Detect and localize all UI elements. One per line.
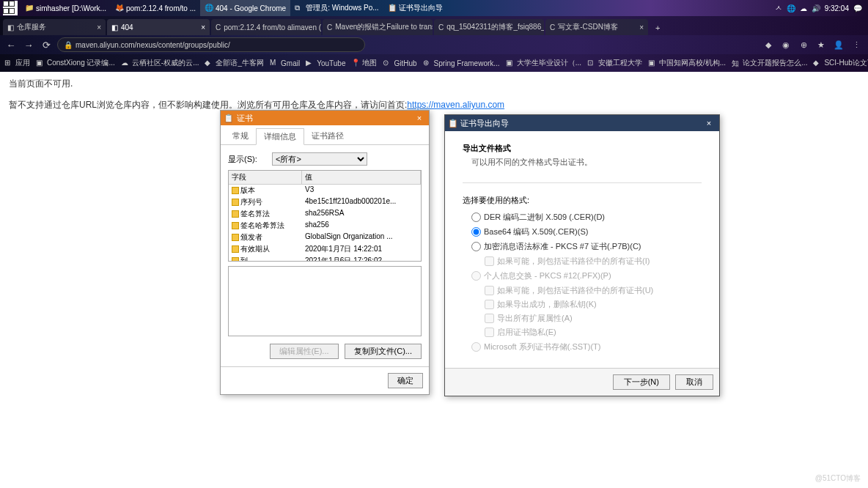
bookmark-item[interactable]: ▣ConstXiong 记录编... bbox=[36, 58, 115, 68]
field-icon bbox=[232, 257, 239, 262]
grid-row[interactable]: 有效期从2020年1月7日 14:22:01 bbox=[229, 243, 421, 255]
tab-favicon: C bbox=[216, 23, 221, 32]
system-tray: ㅅ 🌐 ☁ 🔊 9:32:04 💬 bbox=[775, 3, 868, 13]
close-button[interactable]: × bbox=[413, 114, 426, 122]
format-option[interactable]: DER 编码二进制 X.509 (.CER)(D) bbox=[471, 212, 702, 223]
field-value: sha256RSA bbox=[302, 209, 421, 219]
close-icon[interactable]: × bbox=[97, 23, 101, 32]
tray-icon[interactable]: 🔊 bbox=[812, 4, 820, 12]
taskbar-item[interactable]: 🌐404 - Google Chrome bbox=[200, 0, 290, 16]
dialog-titlebar[interactable]: 📋证书 × bbox=[221, 111, 429, 125]
field-value: GlobalSign Organization ... bbox=[302, 232, 421, 243]
homepage-link[interactable]: https://maven.aliyun.com bbox=[407, 100, 504, 110]
bookmark-item[interactable]: ⊙GitHub bbox=[383, 59, 416, 67]
tab-favicon: C bbox=[327, 23, 332, 32]
start-button[interactable] bbox=[3, 1, 18, 15]
cancel-button[interactable]: 取消 bbox=[675, 374, 713, 390]
cert-icon: 📋 bbox=[448, 119, 458, 128]
extension-icon[interactable]: ◆ bbox=[761, 37, 776, 52]
fields-grid[interactable]: 字段 值 版本V3序列号4be15c1ff210adb000201e...签名算… bbox=[228, 170, 422, 262]
tab-details[interactable]: 详细信息 bbox=[256, 128, 304, 145]
profile-icon[interactable]: 👤 bbox=[831, 37, 846, 52]
radio-input[interactable] bbox=[471, 227, 481, 237]
field-icon bbox=[232, 222, 239, 229]
notification-icon[interactable]: 💬 bbox=[853, 4, 862, 12]
close-button[interactable]: × bbox=[702, 119, 716, 127]
grid-row[interactable]: 颁发者GlobalSign Organization ... bbox=[229, 232, 421, 243]
taskbar-item[interactable]: ⧉管理员: Windows Po... bbox=[290, 0, 383, 16]
maps-icon: 📍 bbox=[351, 59, 360, 67]
sub-option: 启用证书隐私(E) bbox=[485, 327, 702, 338]
section-subtitle: 可以用不同的文件格式导出证书。 bbox=[463, 157, 702, 168]
close-icon[interactable]: × bbox=[201, 23, 205, 32]
address-bar[interactable]: 🔒 maven.aliyun.com/nexus/content/groups/… bbox=[57, 37, 365, 52]
bookmark-item[interactable]: ▣大学生毕业设计（... bbox=[506, 58, 581, 68]
menu-icon[interactable]: ⋮ bbox=[849, 37, 864, 52]
bookmark-item[interactable]: 知论文开题报告怎么... bbox=[732, 58, 807, 68]
extension-icon[interactable]: ◉ bbox=[779, 37, 793, 52]
bookmark-item[interactable]: 📍地图 bbox=[351, 58, 377, 68]
bookmark-item[interactable]: ◆全部语_牛客网 bbox=[205, 58, 264, 68]
tray-icon[interactable]: ☁ bbox=[800, 4, 807, 12]
bookmark-item[interactable]: ▶YouTube bbox=[306, 59, 345, 67]
new-tab-button[interactable]: + bbox=[650, 21, 666, 35]
show-select[interactable]: <所有> bbox=[272, 152, 367, 166]
close-icon[interactable]: × bbox=[639, 23, 644, 32]
clock[interactable]: 9:32:04 bbox=[825, 4, 849, 12]
bookmark-item[interactable]: ☁云栖社区-权威的云... bbox=[121, 58, 199, 68]
ok-button[interactable]: 确定 bbox=[388, 373, 423, 388]
field-name: 序列号 bbox=[240, 197, 262, 207]
grid-row[interactable]: 序列号4be15c1ff210adb000201e... bbox=[229, 196, 421, 208]
grid-row[interactable]: 签名哈希算法sha256 bbox=[229, 220, 421, 232]
browser-tab[interactable]: Cpom:2.12.4 from/to alimaven (ht× bbox=[211, 19, 321, 35]
col-field[interactable]: 字段 bbox=[229, 171, 302, 184]
tray-icon[interactable]: ㅅ bbox=[775, 3, 782, 13]
extension-icon[interactable]: ⊕ bbox=[796, 37, 811, 52]
grid-row[interactable]: 版本V3 bbox=[229, 185, 421, 196]
browser-tab[interactable]: ◧仓库服务× bbox=[3, 19, 106, 35]
format-option[interactable]: Base64 编码 X.509(.CER)(S) bbox=[471, 226, 702, 237]
next-button[interactable]: 下一步(N) bbox=[613, 374, 670, 390]
radio-input[interactable] bbox=[471, 212, 481, 222]
reload-button[interactable]: ⟳ bbox=[40, 38, 53, 51]
windows-taskbar: 📁simhasher [D:\Work... 🦊pom:2.12.4 from/… bbox=[0, 0, 868, 16]
browser-tab[interactable]: ◧404× bbox=[107, 19, 210, 35]
forward-button[interactable]: → bbox=[22, 38, 35, 51]
dialog-tabs: 常规 详细信息 证书路径 bbox=[221, 125, 429, 145]
copy-to-file-button[interactable]: 复制到文件(C)... bbox=[345, 344, 422, 359]
browser-tab[interactable]: C写文章-CSDN博客× bbox=[545, 19, 648, 35]
col-value[interactable]: 值 bbox=[302, 171, 421, 184]
extension-icon[interactable]: ★ bbox=[814, 37, 828, 52]
tab-general[interactable]: 常规 bbox=[225, 128, 256, 144]
format-option[interactable]: 加密消息语法标准 - PKCS #7 证书(.P7B)(C) bbox=[471, 241, 702, 252]
sub-option-label: 如果导出成功，删除私钥(K) bbox=[497, 299, 597, 310]
back-button[interactable]: ← bbox=[4, 38, 18, 51]
option-label: 加密消息语法标准 - PKCS #7 证书(.P7B)(C) bbox=[484, 241, 641, 252]
field-icon bbox=[232, 210, 239, 218]
bookmark-item[interactable]: ◆SCI-Hub论文下载可... bbox=[813, 58, 868, 68]
radio-input[interactable] bbox=[471, 242, 481, 251]
bookmark-item[interactable]: MGmail bbox=[270, 59, 300, 67]
github-icon: ⊙ bbox=[383, 59, 391, 67]
sub-option: 如果可能，则包括证书路径中的所有证书(U) bbox=[485, 285, 702, 296]
tab-path[interactable]: 证书路径 bbox=[304, 128, 351, 144]
bookmark-item[interactable]: ▣中国知网高校/机构... bbox=[648, 58, 726, 68]
value-textarea[interactable] bbox=[228, 266, 422, 336]
bookmark-item[interactable]: ⊛Spring Framework... bbox=[423, 59, 500, 67]
taskbar-item[interactable]: 📁simhasher [D:\Work... bbox=[21, 0, 111, 16]
dialog-titlebar[interactable]: 📋 证书导出向导 × bbox=[445, 115, 719, 131]
field-value: 4be15c1ff210adb000201e... bbox=[302, 197, 421, 207]
grid-row[interactable]: 签名算法sha256RSA bbox=[229, 208, 421, 220]
lock-icon: 🔒 bbox=[64, 41, 73, 49]
browser-tab[interactable]: CMaven的报错之Failure to transfe× bbox=[323, 19, 433, 35]
grid-row[interactable]: 到2021年1月6日 17:26:02 bbox=[229, 255, 421, 262]
site-icon: ▣ bbox=[648, 59, 657, 67]
bookmark-item[interactable]: ⊡安徽工程大学 bbox=[587, 58, 642, 68]
tray-icon[interactable]: 🌐 bbox=[787, 4, 795, 12]
browser-tab[interactable]: Cqq_15042311的博客_fsiq886_CS× bbox=[434, 19, 544, 35]
apps-button[interactable]: ⊞应用 bbox=[4, 58, 30, 68]
browser-tabs: ◧仓库服务× ◧404× Cpom:2.12.4 from/to alimave… bbox=[0, 16, 868, 35]
sub-option-label: 如果可能，则包括证书路径中的所有证书(U) bbox=[497, 285, 653, 296]
taskbar-item[interactable]: 🦊pom:2.12.4 from/to ... bbox=[111, 0, 200, 16]
taskbar-item[interactable]: 📋证书导出向导 bbox=[383, 0, 447, 16]
